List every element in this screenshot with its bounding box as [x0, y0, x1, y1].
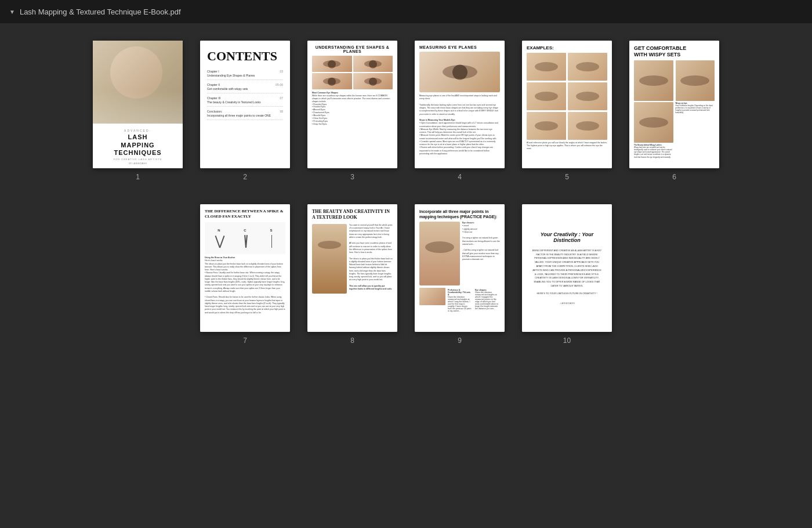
page8-text: You want to remind yourself that the who… [349, 224, 393, 294]
page9-layout: Eye closure: • round • slightly almond •… [419, 222, 500, 285]
fan-s-label: S [264, 229, 278, 248]
page9-text-1: Eye closure: • round • slightly almond •… [462, 222, 500, 261]
page-thumb-2[interactable]: CONTENTS Chapter IUnderstanding Eye Shap… [200, 41, 290, 168]
page8-content: THE BEAUTY AND CREATIVITY IN A TEXTURED … [307, 204, 397, 332]
page3-text: Most Common Eye Shapes While there are c… [312, 92, 393, 126]
page-number-3: 3 [350, 173, 354, 181]
page-item-8[interactable]: THE BEAUTY AND CREATIVITY IN A TEXTURED … [307, 204, 397, 345]
fan-closed-icon [238, 233, 252, 248]
chevron-down-icon: ▼ [9, 9, 15, 15]
page9-bottom: Preference &Comfortability: Tilt sets &G… [419, 288, 500, 313]
page3-title: UNDERSTANDING EYE SHAPES & PLANES [312, 45, 393, 53]
fan-s-icon [264, 233, 278, 248]
page-number-6: 6 [672, 173, 676, 181]
page9-mini-1 [419, 288, 445, 305]
page6-col1-title: The Beauty behind Wispy LashesWispy lash… [634, 144, 673, 158]
page-thumb-7[interactable]: THE DIFFERENCE BETWEEN A SPIKE & CLOSED … [200, 204, 290, 332]
page1-subtitle: FOR CREATIVE LASH ARTISTS [97, 158, 178, 161]
page-item-10[interactable]: Your Creativity : Your Distinction BEING… [522, 204, 612, 345]
eye-photo-2 [353, 56, 393, 72]
page-thumb-6[interactable]: GET COMFORTABLEWITH WISPY SETS The Beaut… [629, 41, 719, 168]
page6-img3 [676, 60, 715, 101]
document-title: Lash Mapping & Textured Technique E-Book… [20, 8, 181, 16]
page3-content: UNDERSTANDING EYE SHAPES & PLANES Most C… [307, 41, 397, 168]
page-number-1: 1 [136, 173, 140, 181]
chapter1-num: 03 [280, 70, 283, 78]
page10-signature: - LASHEDASH [559, 302, 575, 305]
page8-title: THE BEAUTY AND CREATIVITY IN A TEXTURED … [312, 209, 393, 221]
page7-content: THE DIFFERENCE BETWEEN A SPIKE & CLOSED … [200, 204, 290, 332]
page-number-9: 9 [458, 337, 462, 345]
page6-col2: Wispy set tipsHow in different lengths: … [676, 60, 715, 164]
fan-s-text: S [270, 229, 272, 232]
page1-content: ADVANCED: LASHMAPPINGTECHNIQUES FOR CREA… [93, 41, 183, 168]
fan-n-text: N [217, 229, 220, 232]
eye-photo-1 [312, 56, 352, 72]
pdf-grid: ADVANCED: LASHMAPPINGTECHNIQUES FOR CREA… [0, 23, 812, 362]
page4-title: MEASURING EYE PLANES [419, 45, 500, 49]
page-thumb-10[interactable]: Your Creativity : Your Distinction BEING… [522, 204, 612, 332]
page3-eyes-grid [312, 56, 393, 89]
page9-col: Eye closure: • round • slightly almond •… [462, 222, 500, 285]
page6-title: GET COMFORTABLEWITH WISPY SETS [634, 45, 715, 58]
page5-img-3 [527, 82, 566, 110]
page-number-5: 5 [565, 173, 569, 181]
page5-img-2 [568, 53, 607, 81]
page-item-7[interactable]: THE DIFFERENCE BETWEEN A SPIKE & CLOSED … [200, 204, 290, 345]
page2-content: CONTENTS Chapter IUnderstanding Eye Shap… [200, 41, 290, 168]
page-item-4[interactable]: MEASURING EYE PLANES Measuring eye plane… [415, 41, 505, 181]
page-thumb-3[interactable]: UNDERSTANDING EYE SHAPES & PLANES Most C… [307, 41, 397, 168]
conclusion-num: 08 [280, 110, 283, 118]
page2-conclusion: Conclusion:Incorporating all three major… [207, 110, 283, 120]
page6-content: GET COMFORTABLEWITH WISPY SETS The Beaut… [629, 41, 719, 168]
page-thumb-5[interactable]: EXAMPLES: A local reference photo you wi… [522, 41, 612, 168]
page6-img1 [634, 60, 673, 101]
page5-img-5 [527, 112, 566, 140]
chapter3-num: 07 [280, 96, 283, 104]
page-item-2[interactable]: CONTENTS Chapter IUnderstanding Eye Shap… [200, 41, 290, 181]
page2-chapter2: Chapter IIGet comfortable with wispy set… [207, 83, 283, 93]
page10-title: Your Creativity : Your Distinction [528, 232, 606, 243]
fan-n-label: N [212, 229, 226, 248]
page10-content: Your Creativity : Your Distinction BEING… [522, 204, 612, 332]
page7-text: Using the Brow as Your Anchor Here's how… [205, 256, 285, 314]
page9-main-img [419, 222, 460, 285]
page5-img-6 [568, 112, 607, 140]
page-thumb-9[interactable]: Incorporate all three major points in ma… [415, 204, 505, 332]
page-number-10: 10 [563, 337, 571, 345]
page7-title: THE DIFFERENCE BETWEEN A SPIKE & CLOSED … [205, 209, 285, 219]
page5-img-4 [568, 82, 607, 110]
page4-content: MEASURING EYE PLANES Measuring eye plane… [415, 41, 505, 168]
page-thumb-1[interactable]: ADVANCED: LASHMAPPINGTECHNIQUES FOR CREA… [93, 41, 183, 168]
page-item-9[interactable]: Incorporate all three major points in ma… [415, 204, 505, 345]
page9-pref-text: Preference &Comfortability: Tilt sets &G… [447, 288, 473, 313]
page-item-1[interactable]: ADVANCED: LASHMAPPINGTECHNIQUES FOR CREA… [93, 41, 183, 181]
page9-content: Incorporate all three major points in ma… [415, 204, 505, 332]
page6-col1: The Beauty behind Wispy LashesWispy lash… [634, 60, 673, 164]
page-thumb-8[interactable]: THE BEAUTY AND CREATIVITY IN A TEXTURED … [307, 204, 397, 332]
page6-col2-title: Wispy set tipsHow in different lengths: … [676, 102, 715, 114]
page5-img-1 [527, 53, 566, 81]
page9-eye-text: Eye shapes:Given the direction measured … [474, 288, 500, 313]
page-number-7: 7 [243, 337, 247, 345]
page6-layout: The Beauty behind Wispy LashesWispy lash… [634, 60, 715, 164]
page-thumb-4[interactable]: MEASURING EYE PLANES Measuring eye plane… [415, 41, 505, 168]
page5-text: A local reference photo you will use cle… [527, 142, 607, 150]
page8-layout: You want to remind yourself that the who… [312, 224, 393, 294]
page-item-5[interactable]: EXAMPLES: A local reference photo you wi… [522, 41, 612, 181]
page-item-3[interactable]: UNDERSTANDING EYE SHAPES & PLANES Most C… [307, 41, 397, 181]
page8-img [312, 224, 347, 294]
pdf-row-1: ADVANCED: LASHMAPPINGTECHNIQUES FOR CREA… [29, 41, 783, 181]
page7-diagram: N C S [205, 222, 285, 254]
page-number-2: 2 [243, 173, 247, 181]
page-item-6[interactable]: GET COMFORTABLEWITH WISPY SETS The Beaut… [629, 41, 719, 181]
page5-title: EXAMPLES: [527, 45, 607, 50]
page-number-4: 4 [458, 173, 462, 181]
page1-photo [93, 41, 183, 124]
page-number-8: 8 [350, 337, 354, 345]
fan-spike-icon [212, 233, 226, 248]
page1-author: BY LASHEDASH [97, 162, 178, 165]
page10-body: BEING DIFFERENT AND CREATIVE AS A LASH A… [532, 249, 602, 296]
pdf-row-2: THE DIFFERENCE BETWEEN A SPIKE & CLOSED … [29, 204, 783, 345]
chapter3-label: Chapter IIIThe beauty & Creativity in Te… [207, 96, 260, 104]
